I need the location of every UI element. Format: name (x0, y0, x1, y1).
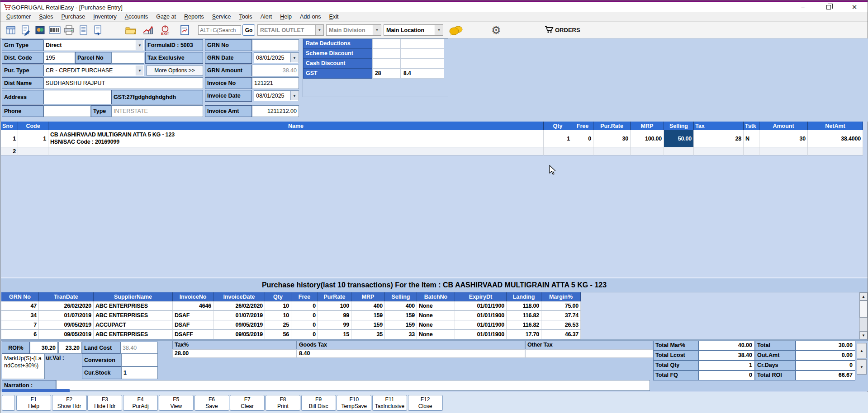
deduction-value-1[interactable] (372, 49, 401, 59)
invoice-grid-icon[interactable] (5, 24, 18, 37)
fkey-f2[interactable]: F2Show Hdr (52, 395, 87, 411)
fkey-f9[interactable]: F9Bill Disc (301, 395, 336, 411)
menu-item-help[interactable]: Help (276, 13, 296, 21)
report-chart-icon[interactable] (179, 24, 192, 37)
menu-item-purchase[interactable]: Purchase (57, 13, 89, 21)
fkey-f7[interactable]: F7Clear (230, 395, 265, 411)
close-button[interactable]: ✕ (845, 2, 864, 12)
item-cell[interactable]: 2 (1, 147, 18, 155)
menu-item-add-ons[interactable]: Add-ons (296, 13, 325, 21)
item-cell[interactable]: 28 (694, 130, 744, 147)
roi-value-1[interactable]: 30.20 (30, 342, 58, 354)
phone-input[interactable] (43, 105, 91, 117)
deduction-value-1[interactable]: 28 (372, 69, 401, 79)
settings-gear-icon[interactable]: ⚙ (491, 24, 501, 37)
item-cell[interactable]: 50.00 (664, 130, 694, 147)
global-search-input[interactable] (198, 25, 241, 35)
parcel-no-input[interactable] (111, 52, 144, 64)
deduction-value-2[interactable] (401, 59, 444, 69)
minimize-button[interactable]: – (793, 2, 812, 12)
invoice-amt-input[interactable]: 1211212.00 (252, 105, 299, 117)
fkey-f11[interactable]: F11TaxInclusive (372, 395, 407, 411)
item-cell[interactable] (631, 147, 664, 155)
item-cell[interactable]: 30 (593, 130, 631, 147)
scroll-up-icon[interactable]: ▲ (859, 292, 868, 300)
fkey-f1[interactable]: F1Help (16, 395, 51, 411)
item-cell[interactable] (48, 147, 544, 155)
exit-power-icon[interactable]: EXIT (159, 24, 171, 37)
grn-date-picker[interactable]: 08/01/2025 ▼ (254, 52, 299, 63)
spacer-button[interactable] (2, 395, 15, 411)
item-cell[interactable] (544, 147, 572, 155)
item-cell[interactable]: CB AASHIRVAAD MULTIGRAIN ATTA 5 KG - 123… (48, 130, 544, 147)
history-row[interactable]: 709/05/2019ACCUPACTDSAF09/05/20192509915… (1, 320, 581, 330)
outlet-select[interactable]: RETAIL OUTLET ▼ (257, 24, 324, 36)
chat-bubble-icon[interactable] (448, 25, 465, 36)
item-cell[interactable]: 100.00 (631, 130, 664, 147)
search-go-button[interactable]: Go (242, 24, 255, 36)
history-scrollbar-thumb[interactable] (859, 300, 868, 318)
sales-graph-icon[interactable] (142, 24, 154, 37)
narration-input[interactable] (56, 380, 650, 391)
restore-button[interactable] (819, 2, 838, 12)
totals-scroll-down-icon[interactable]: ▼ (857, 359, 867, 375)
open-folder-icon[interactable] (125, 24, 138, 37)
fkey-f6[interactable]: F6Save (194, 395, 229, 411)
item-cell[interactable] (572, 147, 593, 155)
item-cell[interactable]: 1 (1, 130, 18, 147)
deduction-value-2[interactable] (401, 39, 444, 49)
item-cell[interactable]: 1 (18, 130, 48, 147)
menu-item-service[interactable]: Service (208, 13, 235, 21)
item-table-row[interactable]: 11CB AASHIRVAAD MULTIGRAIN ATTA 5 KG - 1… (1, 130, 863, 147)
party-ledger-icon[interactable] (34, 24, 47, 37)
orders-button[interactable]: ORDERS (545, 26, 580, 33)
deduction-value-2[interactable]: 8.4 (401, 69, 444, 79)
item-cell[interactable]: N (744, 130, 759, 147)
item-cell[interactable]: 1 (544, 130, 572, 147)
invoice-no-input[interactable]: 121221 (252, 77, 299, 89)
history-row[interactable]: 3401/07/2019ABC ENTERPRISESDSAF01/07/201… (1, 311, 581, 320)
item-cell[interactable]: 38.4000 (808, 130, 863, 147)
menu-item-sales[interactable]: Sales (35, 13, 57, 21)
item-table-row[interactable]: 2 (1, 147, 863, 155)
fkey-f3[interactable]: F3Hide Hdr (87, 395, 122, 411)
menu-item-customer[interactable]: Customer (2, 13, 35, 21)
fkey-f8[interactable]: F8Print (266, 395, 300, 411)
pur-type-select[interactable]: CR - CREDIT PURCHASE ▼ (43, 65, 144, 76)
division-select[interactable]: Main Division ▼ (326, 24, 381, 36)
fkey-f4[interactable]: F4PurAdj (123, 395, 158, 411)
deduction-value-1[interactable] (372, 39, 401, 49)
item-cell[interactable] (593, 147, 631, 155)
fkey-f12[interactable]: F12Close (408, 395, 443, 411)
item-list-icon[interactable] (77, 24, 90, 37)
item-cell[interactable] (18, 147, 48, 155)
menu-item-gaze-at[interactable]: Gaze at (152, 13, 180, 21)
invoice-date-picker[interactable]: 08/01/2025 ▼ (254, 90, 299, 101)
menu-item-tools[interactable]: Tools (235, 13, 256, 21)
printer-icon[interactable] (63, 24, 76, 37)
menu-item-inventory[interactable]: Inventory (89, 13, 120, 21)
totals-scroll-up-icon[interactable]: ▲ (857, 343, 867, 358)
fkey-f10[interactable]: F10TempSave (337, 395, 371, 411)
menu-item-reports[interactable]: Reports (180, 13, 208, 21)
dist-name-input[interactable]: SUDHANSHU RAJPUT (43, 77, 203, 89)
address-input[interactable] (43, 90, 111, 104)
fkey-f5[interactable]: F5View (159, 395, 194, 411)
item-cell[interactable] (694, 147, 744, 155)
dist-code-input[interactable]: 195 (43, 52, 75, 64)
more-options-button[interactable]: More Options >> (146, 65, 203, 76)
item-cell[interactable] (759, 147, 808, 155)
deduction-value-2[interactable] (401, 49, 444, 59)
conversion-input[interactable] (121, 354, 158, 366)
scroll-down-icon[interactable]: ▼ (859, 331, 868, 339)
barcode-icon[interactable] (48, 24, 61, 37)
menu-item-accounts[interactable]: Accounts (121, 13, 152, 21)
menu-item-alert[interactable]: Alert (256, 13, 276, 21)
grn-no-input[interactable] (252, 39, 299, 51)
roi-value-2[interactable]: 23.20 (58, 342, 82, 354)
edit-document-icon[interactable] (19, 24, 32, 37)
document-transfer-icon[interactable] (92, 24, 104, 37)
location-select[interactable]: Main Location ▼ (384, 24, 443, 36)
history-row[interactable]: 4726/02/2020ABC ENTERPRISES464626/02/202… (1, 301, 581, 311)
menu-item-exit[interactable]: Exit (325, 13, 343, 21)
